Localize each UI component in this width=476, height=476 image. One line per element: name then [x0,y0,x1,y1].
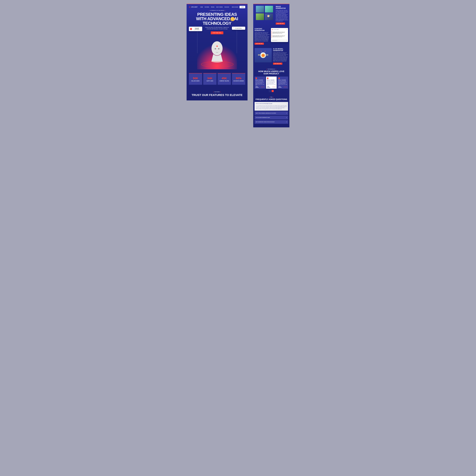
ai-generating-card: Ai is generating… [232,27,245,30]
faq-headline: FREQUENTLY ASKED QUESTIONS [255,98,288,101]
nav-new-account[interactable]: NEW ACCOUNT [232,7,238,8]
sample-image [265,13,273,20]
svg-point-3 [218,49,220,49]
sample-image [265,6,273,13]
svg-point-1 [212,41,222,55]
content-gen-title: CONTENT GENERATOR [255,28,270,32]
hero-subtitle: Unleash the power of AI within Brainwave… [205,27,229,30]
content-gen-desc: Contrary to popular belief, Lorem Ipsum … [255,32,270,42]
stars-icon: ★★★★★ [284,87,287,87]
stars-icon: ★★★★★ [272,87,276,87]
features-headline: TRUST OUR FEATURES TO ELEVATE [189,93,245,97]
nav-features[interactable]: FEATURES [204,7,209,8]
nav-right: NEW ACCOUNT LOGIN [232,6,245,8]
sample-image [256,13,264,20]
hero-tag: #1 PRODUCT OF THE MONTH [189,10,245,11]
stat-users: 50KMILLION USERS [189,73,202,85]
hero-stage [197,39,237,69]
chat-widget: AIPLANET ✕ Contrary to popular belief, L… [271,28,288,42]
nav-how[interactable]: HOW IT WORKS [216,7,223,8]
faq-item[interactable]: WHAT TYPES OF MEDICAL SERVICES DO YOU OF… [255,111,288,115]
faq-item[interactable]: HOW DO I BOOK AN APPOINTMENT ONLINE?− t … [255,102,288,111]
paragraph-generator-card[interactable]: ✎ Paragraph Generator Generate Paragraph… [189,27,202,31]
stat-accuracy: 90%ACCURATE ANSWER [232,73,245,85]
sample-image [256,6,264,13]
spinner-icon [233,28,234,29]
3d-model-preview [255,48,272,62]
stars-icon: ★★★★★ [261,87,264,87]
landing-page-right: IMAGE GENERATOR Contrary to popular beli… [253,4,289,127]
model-gen-title: AI 3D MODEL GENERATOR [273,48,288,51]
start-trial-button[interactable]: START FREE TRIAL [255,43,264,45]
start-trial-button[interactable]: START FREE TRIAL [276,23,285,25]
image-generator-section: IMAGE GENERATOR Contrary to popular beli… [253,4,289,26]
testi-tag: TESTIMONIALS [255,69,288,70]
logo-icon [272,29,273,31]
testi-cards: " REALLY AMAZINGGreat Products And Desig… [255,77,288,89]
login-button[interactable]: LOGIN [239,6,245,8]
logo[interactable]: AIPLANET [189,6,198,8]
prev-button[interactable]: ◂ [269,90,271,92]
chat-message: Contrary to popular belief, Lorem Ipsum … [272,31,287,34]
minus-icon: − [286,103,287,104]
image-gen-title: IMAGE GENERATOR [276,6,288,9]
nav-pricing[interactable]: PRICING [211,7,215,8]
top-nav: AIPLANET HOME FEATURES PRICING HOW IT WO… [187,4,248,10]
stat-company: 45KCOMPANY HELPED [218,73,231,85]
faq-item[interactable]: DO YOU ACCEPT INSURANCE PLANS?+ [255,116,288,119]
quote-icon: " [255,78,257,79]
robot-icon [258,51,268,60]
faq-tag: FAQ [255,97,288,98]
nav-home[interactable]: HOME [200,7,203,8]
plus-icon: + [286,117,287,118]
faq-section: FAQ FREQUENTLY ASKED QUESTIONS HOW DO I … [253,94,289,127]
features-tag: FEATURES [189,91,245,92]
image-gen-desc: Contrary to popular belief, Lorem Ipsum … [276,10,288,21]
hero: #1 PRODUCT OF THE MONTH PRESENTING IDEAS… [187,10,248,69]
send-icon[interactable]: ➤ [286,40,287,41]
stats-row: 50KMILLION USERS 34KHAPPY USER 45KCOMPAN… [187,69,248,88]
next-button[interactable]: ▸ [272,90,274,92]
chat-logo: AIPLANET [272,29,279,31]
testi-card[interactable]: " REALLY AMAZINGGreat Products And Desig… [277,77,288,89]
nav-links: HOME FEATURES PRICING HOW IT WORKS ROAD … [200,7,229,8]
hero-row: ✎ Paragraph Generator Generate Paragraph… [189,27,245,36]
start-trial-button[interactable]: START FREE TRIAL [273,63,282,65]
quote-icon: " [278,78,280,79]
image-grid [255,6,274,21]
features-section: FEATURES TRUST OUR FEATURES TO ELEVATE [187,88,248,101]
model-gen-desc: Contrary to popular belief, Lorem Ipsum … [273,52,288,62]
forehead-dot-icon [216,46,218,47]
planet-icon [230,17,235,21]
nav-roadmap[interactable]: ROAD MAP [224,7,229,8]
landing-page-left: AIPLANET HOME FEATURES PRICING HOW IT WO… [187,4,248,101]
stat-happy: 34KHAPPY USER [203,73,217,85]
hero-headline: PRESENTING IDEAS WITH ADVANCED AI TECHNO… [189,12,245,26]
plus-icon: + [286,113,287,114]
close-icon[interactable]: ✕ [287,29,287,30]
testi-card[interactable]: " REALLY AMAZINGGreat Products And Desig… [255,77,265,89]
document-icon: ✎ [190,28,192,30]
plus-icon: + [286,121,287,123]
start-trial-button[interactable]: START FREE TRIAL [211,32,223,34]
testi-headline: HOW MUCH USERS LOVEOUR PRODUCT [255,70,288,75]
3d-model-section: AI 3D MODEL GENERATOR Contrary to popula… [253,46,289,67]
testi-pager: ◂ ▸ [255,90,288,92]
faq-item[interactable]: ARE TELEMEDICINE CONSULTATIONS AVAILABLE… [255,120,288,124]
testimonials-section: TESTIMONIALS HOW MUCH USERS LOVEOUR PROD… [253,66,289,94]
content-generator-section: AIPLANET ✕ Contrary to popular belief, L… [253,26,289,46]
svg-point-2 [215,49,216,49]
logo-icon [189,6,191,8]
wireframe-head [208,40,226,63]
chat-input[interactable]: SEND MESSAGE➤ [272,39,287,41]
chat-message: Contrary to popular belief, Lorem Ipsum … [272,35,287,38]
quote-icon: " [267,78,269,79]
testi-card[interactable]: " REALLY AMAZINGGreat Products And Desig… [266,77,277,89]
